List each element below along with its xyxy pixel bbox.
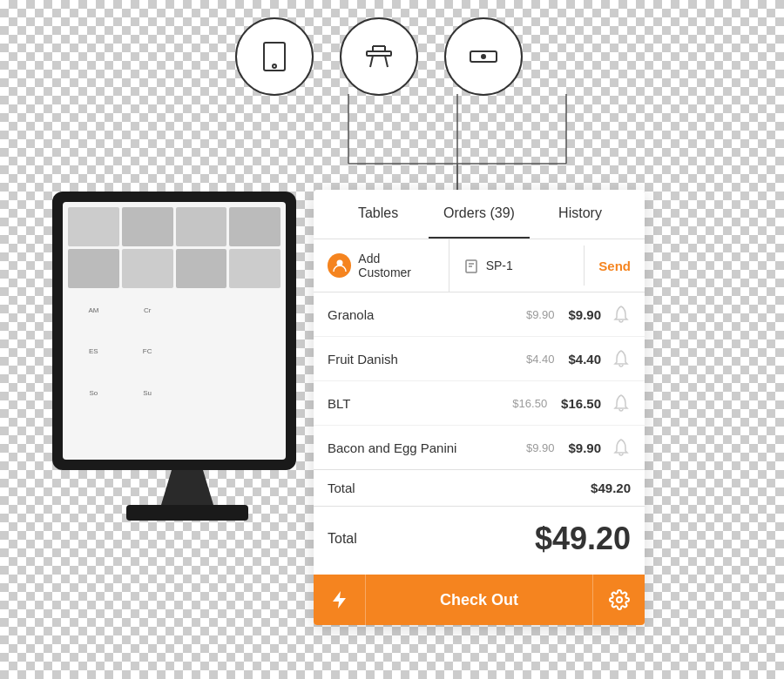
receipt-icon-circle bbox=[444, 17, 523, 96]
person-icon bbox=[332, 258, 348, 273]
table-icon-circle bbox=[340, 17, 418, 96]
order-action-bar: Add Customer SP-1 Send bbox=[314, 239, 645, 292]
item-name-blt: BLT bbox=[328, 396, 512, 411]
pos-monitor: AM Cr ES FC So Su bbox=[52, 192, 322, 557]
order-row-fruit-danish: Fruit Danish $4.40 $4.40 bbox=[314, 337, 645, 381]
item-name-granola: Granola bbox=[328, 307, 526, 322]
subtotal-value: $49.20 bbox=[591, 481, 631, 495]
svg-point-9 bbox=[482, 55, 485, 58]
total-row: Total $49.20 bbox=[314, 507, 645, 575]
item-name-fruit-danish: Fruit Danish bbox=[328, 352, 526, 366]
item-total-fruit-danish: $4.40 bbox=[568, 352, 601, 366]
lightning-button[interactable] bbox=[314, 575, 366, 625]
order-row-bacon-panini: Bacon and Egg Panini $9.90 $9.90 bbox=[314, 426, 645, 469]
svg-rect-2 bbox=[367, 51, 391, 56]
monitor-base bbox=[126, 505, 248, 521]
customer-icon bbox=[328, 253, 351, 278]
lightning-icon bbox=[329, 589, 350, 610]
checkout-bar: Check Out bbox=[314, 575, 645, 625]
monitor-frame: AM Cr ES FC So Su bbox=[52, 192, 296, 470]
subtotal-label: Total bbox=[328, 481, 355, 495]
bell-icon-bacon-panini[interactable] bbox=[612, 438, 631, 457]
order-id-field: SP-1 bbox=[449, 245, 585, 286]
send-button[interactable]: Send bbox=[585, 246, 645, 286]
bell-icon-blt[interactable] bbox=[612, 393, 631, 413]
subtotal-row: Total $49.20 bbox=[314, 470, 645, 507]
item-total-granola: $9.90 bbox=[568, 307, 601, 322]
tab-history[interactable]: History bbox=[530, 190, 631, 239]
bell-icon-fruit-danish[interactable] bbox=[612, 349, 631, 368]
tab-orders[interactable]: Orders (39) bbox=[429, 190, 530, 239]
item-name-bacon-panini: Bacon and Egg Panini bbox=[328, 440, 526, 455]
bell-icon-granola[interactable] bbox=[612, 305, 631, 324]
edit-icon bbox=[463, 258, 479, 273]
gear-icon bbox=[609, 589, 630, 610]
add-customer-label: Add Customer bbox=[358, 252, 434, 279]
tablet-icon bbox=[255, 37, 294, 76]
item-total-bacon-panini: $9.90 bbox=[568, 440, 601, 455]
tab-bar: Tables Orders (39) History bbox=[314, 190, 645, 239]
total-label: Total bbox=[328, 531, 357, 547]
item-unit-price-fruit-danish: $4.40 bbox=[526, 353, 555, 366]
item-unit-price-blt: $16.50 bbox=[512, 397, 547, 410]
svg-line-3 bbox=[370, 56, 373, 67]
order-row-granola: Granola $9.90 $9.90 bbox=[314, 292, 645, 337]
order-id-label: SP-1 bbox=[486, 259, 513, 272]
svg-line-4 bbox=[385, 56, 388, 67]
device-icons-row bbox=[235, 17, 523, 96]
settings-button[interactable] bbox=[592, 575, 645, 625]
svg-point-1 bbox=[273, 64, 276, 68]
total-value: $49.20 bbox=[535, 521, 631, 557]
svg-point-20 bbox=[617, 597, 622, 602]
tab-tables[interactable]: Tables bbox=[328, 190, 429, 239]
order-row-blt: BLT $16.50 $16.50 bbox=[314, 381, 645, 426]
monitor-stand bbox=[161, 470, 213, 505]
item-total-blt: $16.50 bbox=[561, 396, 601, 411]
pos-panel: Tables Orders (39) History Add Customer … bbox=[314, 190, 645, 625]
receipt-icon bbox=[464, 37, 503, 76]
svg-rect-0 bbox=[264, 43, 285, 71]
item-unit-price-granola: $9.90 bbox=[526, 308, 555, 321]
checkout-button[interactable]: Check Out bbox=[366, 575, 592, 625]
monitor-screen: AM Cr ES FC So Su bbox=[63, 202, 286, 460]
order-items-list: Granola $9.90 $9.90 Fruit Danish $4.40 $… bbox=[314, 292, 645, 470]
tablet-icon-circle bbox=[235, 17, 314, 96]
add-customer-button[interactable]: Add Customer bbox=[314, 239, 449, 292]
item-unit-price-bacon-panini: $9.90 bbox=[526, 441, 555, 454]
table-icon bbox=[360, 37, 398, 76]
